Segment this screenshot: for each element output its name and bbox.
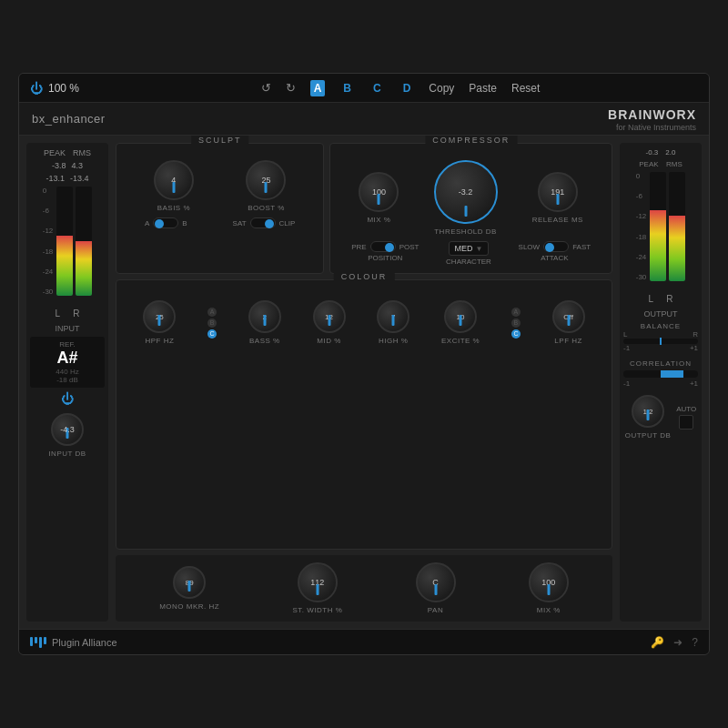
bass-c-btn[interactable]: C	[207, 329, 217, 339]
bass-knob-group: 2 BASS %	[248, 300, 281, 345]
threshold-knob-group: -3.2 THRESHOLD dB	[434, 160, 498, 236]
sat-toggle[interactable]	[250, 217, 276, 228]
release-knob-group: 191 RELEASE ms	[532, 172, 583, 224]
top-bar: ⏻ 100 % ↺ ↻ A B C D Copy Paste Reset	[19, 74, 709, 103]
mid-knob[interactable]: 12	[313, 300, 346, 333]
output-knob-section: 1.2 OUTPUT dB AUTO	[625, 395, 697, 440]
output-meter-panel: -0.3 2.0 PEAK RMS 0-6-12-18-24-30	[620, 143, 702, 622]
power-icon[interactable]: ⏻	[30, 81, 43, 96]
pre-post-toggle[interactable]	[370, 241, 396, 252]
pan-group: C PAN	[416, 562, 456, 614]
corr-min: -1	[623, 379, 630, 388]
preset-c-btn[interactable]: C	[369, 80, 385, 96]
freq-label: 440 Hz	[56, 368, 78, 376]
lpf-knob[interactable]: Off	[552, 300, 585, 333]
peak-r-val: 4.3	[72, 161, 84, 170]
mono-mkr-label: MONO MKR. Hz	[159, 602, 219, 611]
bass-label: BASS %	[249, 337, 280, 345]
balance-bar[interactable]	[623, 339, 698, 344]
copy-btn[interactable]: Copy	[429, 82, 454, 95]
input-db-knob[interactable]: -4.3	[51, 413, 84, 446]
lpf-knob-group: Off LPF Hz	[552, 300, 585, 345]
sat-label: SAT	[233, 219, 247, 228]
output-db-label: OUTPUT dB	[625, 431, 672, 440]
bass-a-btn[interactable]: A	[207, 308, 217, 317]
release-knob[interactable]: 191	[538, 172, 578, 212]
high-knob[interactable]: 7	[377, 300, 410, 333]
comp-mix-knob[interactable]: 100	[359, 172, 399, 212]
excite-val: 10	[457, 313, 465, 321]
output-db-knob[interactable]: 1.2	[632, 395, 664, 428]
threshold-val: -3.2	[459, 187, 473, 197]
preset-a-btn[interactable]: A	[310, 80, 326, 96]
help-icon[interactable]: ?	[692, 636, 698, 649]
ref-label: REF.	[59, 340, 75, 349]
character-val: MED	[455, 244, 473, 253]
rms-l-val: -13.1	[46, 174, 65, 183]
mid-knob-group: 12 MID %	[313, 300, 346, 345]
top-bar-center: ↺ ↻ A B C D Copy Paste Reset	[103, 80, 698, 96]
fast-label: FAST	[572, 243, 591, 251]
output-peak-labels: PEAK RMS	[639, 160, 682, 168]
threshold-knob[interactable]: -3.2	[434, 160, 498, 224]
excite-b-btn[interactable]: B	[511, 318, 521, 328]
preset-d-btn[interactable]: D	[399, 80, 415, 96]
key-icon[interactable]: 🔑	[651, 636, 664, 649]
basis-knob[interactable]: 4	[154, 160, 194, 200]
excite-c-btn[interactable]: C	[511, 329, 521, 339]
st-width-knob[interactable]: 112	[298, 562, 338, 602]
slow-fast-toggle[interactable]	[543, 241, 569, 252]
toggle-a-label: A	[145, 219, 149, 228]
preset-b-btn[interactable]: B	[339, 80, 355, 96]
mono-mkr-knob[interactable]: 89	[173, 566, 206, 599]
ab-toggle-group: A B	[145, 217, 187, 228]
pan-knob[interactable]: C	[416, 562, 456, 602]
mono-mkr-group: 89 MONO MKR. Hz	[159, 566, 219, 611]
sat-thumb	[265, 219, 274, 228]
plugin-window: ⏻ 100 % ↺ ↻ A B C D Copy Paste Reset bx_…	[18, 73, 710, 655]
excite-knob[interactable]: 10	[444, 300, 477, 333]
balance-max: +1	[690, 344, 698, 352]
plugin-name: bx_enhancer	[32, 112, 106, 126]
arrow-icon[interactable]: ➜	[673, 636, 682, 649]
bottom-row: 89 MONO MKR. Hz 112 ST. WIDTH % C PAN	[116, 555, 612, 622]
excite-a-btn[interactable]: A	[511, 308, 521, 317]
reset-btn[interactable]: Reset	[511, 82, 540, 95]
comp-mix-val: 100	[372, 187, 386, 197]
input-meter-panel: PEAK RMS -3.8 4.3 -13.1 -13.4 0-6-12-18-…	[26, 143, 108, 622]
bass-abc-toggle: A B C	[207, 308, 217, 339]
peak-label: PEAK	[44, 148, 66, 157]
input-power-icon[interactable]: ⏻	[61, 391, 74, 406]
footer-logo: Plugin Alliance	[30, 637, 117, 648]
paste-btn[interactable]: Paste	[469, 82, 497, 95]
bottom-mix-label: MIX %	[537, 606, 561, 614]
bottom-mix-knob[interactable]: 100	[529, 562, 569, 602]
hpf-knob[interactable]: 25	[143, 300, 176, 333]
attack-label: ATTACK	[541, 254, 568, 262]
post-label: POST	[399, 243, 420, 251]
pre-post-toggle-group: PRE POST	[351, 241, 419, 252]
hpf-val: 25	[156, 313, 164, 321]
ab-toggle[interactable]	[153, 217, 178, 228]
out-meter-scale: 0-6-12-18-24-30	[636, 172, 647, 281]
input-fill-r	[76, 241, 92, 296]
position-label: POSITION	[368, 254, 402, 262]
input-meter-peak-vals: -3.8 4.3	[52, 161, 83, 170]
corr-label: CORRELATION	[623, 359, 698, 368]
header-row: bx_enhancer BRAINWORX for Native Instrum…	[19, 103, 709, 136]
redo-icon[interactable]: ↻	[286, 81, 296, 95]
output-lr-label: L R	[649, 294, 673, 304]
sculpt-toggles: A B SAT CLIP	[127, 217, 312, 228]
hpf-knob-group: 25 HPF Hz	[143, 300, 176, 345]
correlation-section: CORRELATION -1 +1	[623, 356, 698, 388]
bass-b-btn[interactable]: B	[207, 318, 217, 328]
character-select[interactable]: MED ▼	[449, 241, 490, 256]
excite-abc-toggle: A B C	[511, 308, 521, 339]
brainworx-logo: BRAINWORX for Native Instruments	[608, 106, 696, 132]
undo-icon[interactable]: ↺	[261, 81, 271, 95]
boost-knob[interactable]: 25	[246, 160, 286, 200]
balance-label: BALANCE	[623, 322, 698, 330]
bass-knob[interactable]: 2	[248, 300, 281, 333]
output-fill-l	[650, 210, 666, 281]
auto-toggle[interactable]	[679, 415, 693, 430]
